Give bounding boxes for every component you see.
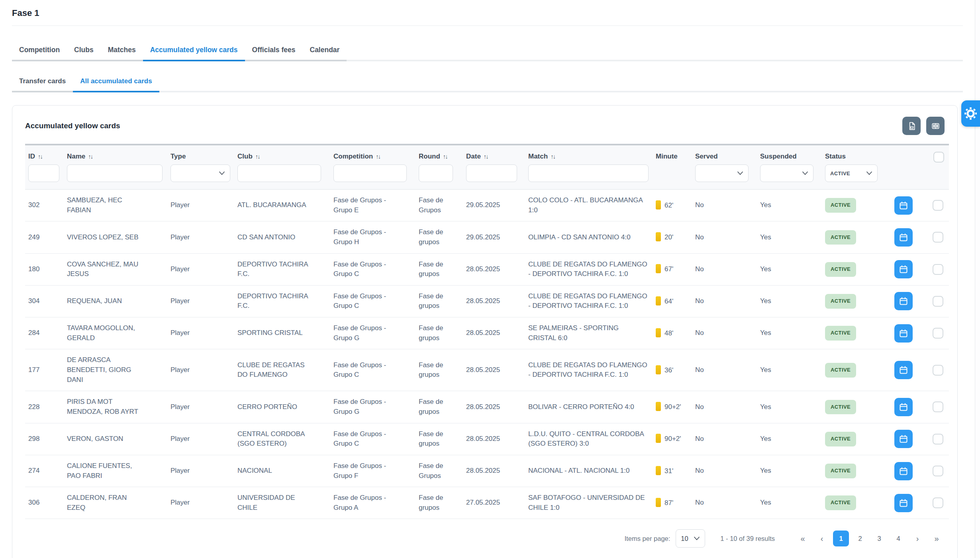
filter-type-select[interactable] — [171, 164, 230, 182]
row-checkbox[interactable] — [933, 365, 943, 376]
cell-id: 228 — [25, 391, 67, 423]
filter-competition-input[interactable] — [333, 164, 407, 182]
row-calendar-button[interactable] — [894, 260, 913, 278]
yellow-card-icon — [656, 434, 661, 443]
cell-action — [894, 221, 930, 253]
row-checkbox[interactable] — [933, 264, 943, 275]
tab-competition[interactable]: Competition — [12, 40, 67, 61]
sort-icon[interactable]: ↑↓ — [38, 153, 42, 160]
cell-round: Fase de grupos — [419, 391, 466, 423]
cell-round: Fase de grupos — [419, 423, 466, 455]
cell-select — [930, 253, 949, 285]
sort-icon[interactable]: ↑↓ — [551, 153, 555, 160]
row-calendar-button[interactable] — [894, 398, 913, 416]
settings-button[interactable] — [961, 100, 980, 127]
filter-name-input[interactable] — [67, 164, 163, 182]
export-excel-icon — [907, 121, 916, 131]
filter-suspended-select[interactable] — [760, 164, 813, 182]
sort-icon[interactable]: ↑↓ — [443, 153, 447, 160]
cell-suspended: Yes — [760, 190, 825, 221]
tab-accumulated-yellow-cards[interactable]: Accumulated yellow cards — [143, 40, 245, 61]
status-badge: ACTIVE — [825, 432, 856, 446]
row-calendar-button[interactable] — [894, 324, 913, 343]
sort-icon[interactable]: ↑↓ — [88, 153, 92, 160]
page-button-4[interactable]: 4 — [890, 531, 906, 546]
filter-date-input[interactable] — [466, 164, 517, 182]
columns-button[interactable] — [926, 117, 945, 135]
filter-id-input[interactable] — [28, 164, 59, 182]
cell-date: 28.05.2025 — [466, 455, 528, 487]
pagination-bar: Items per page: 10 1 - 10 of 39 results … — [25, 519, 945, 558]
column-label: Status — [825, 153, 846, 160]
page-number-slot: 1234 — [830, 531, 906, 546]
row-checkbox[interactable] — [933, 328, 943, 339]
row-calendar-button[interactable] — [894, 430, 913, 448]
column-header-minute: Minute — [656, 145, 695, 161]
accumulated-yellow-cards-table: ID↑↓Name↑↓TypeClub↑↓Competition↑↓Round↑↓… — [25, 144, 949, 519]
cell-select — [930, 349, 949, 391]
cell-type: Player — [171, 349, 237, 391]
row-checkbox[interactable] — [933, 401, 943, 412]
filter-status-select[interactable]: ACTIVE — [825, 164, 878, 182]
row-calendar-button[interactable] — [894, 361, 913, 379]
row-calendar-button[interactable] — [894, 462, 913, 480]
filter-served-select[interactable] — [695, 164, 749, 182]
row-checkbox[interactable] — [933, 497, 943, 508]
subtab-transfer-cards[interactable]: Transfer cards — [12, 72, 73, 92]
page-button-3[interactable]: 3 — [871, 531, 887, 546]
row-checkbox[interactable] — [933, 296, 943, 307]
column-header-club[interactable]: Club↑↓ — [237, 145, 333, 161]
cell-suspended: Yes — [760, 253, 825, 285]
cell-competition: Fase de Grupos - Grupo G — [333, 391, 419, 423]
cell-name: PIRIS DA MOT MENDOZA, ROB AYRT — [67, 391, 171, 423]
cell-match: CLUBE DE REGATAS DO FLAMENGO - DEPORTIVO… — [528, 253, 656, 285]
sort-icon[interactable]: ↑↓ — [484, 153, 488, 160]
row-checkbox[interactable] — [933, 200, 943, 211]
export-excel-button[interactable] — [902, 117, 921, 135]
minute-value: 90+2' — [664, 435, 681, 442]
first-page-button[interactable]: « — [795, 531, 811, 546]
row-calendar-button[interactable] — [894, 292, 913, 310]
scrollbar-track[interactable] — [975, 0, 980, 558]
items-per-page-select[interactable]: 10 — [676, 529, 705, 548]
sort-icon[interactable]: ↑↓ — [376, 153, 380, 160]
last-page-button[interactable]: » — [929, 531, 945, 546]
column-header-date[interactable]: Date↑↓ — [466, 145, 528, 161]
select-all-checkbox[interactable] — [933, 152, 944, 163]
table-row: 284TAVARA MOGOLLON, GERALDPlayerSPORTING… — [25, 317, 949, 349]
row-checkbox[interactable] — [933, 232, 943, 243]
column-header-name[interactable]: Name↑↓ — [67, 145, 171, 161]
filter-round-input[interactable] — [419, 164, 453, 182]
subtab-all-accumulated-cards[interactable]: All accumulated cards — [73, 72, 159, 92]
column-header-id[interactable]: ID↑↓ — [25, 145, 67, 161]
cell-club: DEPORTIVO TACHIRA F.C. — [237, 285, 333, 317]
filter-club-input[interactable] — [237, 164, 321, 182]
next-page-button[interactable]: › — [909, 531, 925, 546]
cell-club: CD SAN ANTONIO — [237, 221, 333, 253]
tab-matches[interactable]: Matches — [101, 40, 143, 61]
filter-match-input[interactable] — [528, 164, 649, 182]
cell-served: No — [695, 285, 760, 317]
calendar-icon — [899, 365, 908, 375]
tab-clubs[interactable]: Clubs — [67, 40, 101, 61]
cell-status: ACTIVE — [825, 221, 894, 253]
column-header-competition[interactable]: Competition↑↓ — [333, 145, 419, 161]
column-header-round[interactable]: Round↑↓ — [419, 145, 466, 161]
cell-name: REQUENA, JUAN — [67, 285, 171, 317]
page-button-2[interactable]: 2 — [852, 531, 868, 546]
page-button-1[interactable]: 1 — [833, 531, 849, 546]
column-header-match[interactable]: Match↑↓ — [528, 145, 656, 161]
tab-officials-fees[interactable]: Officials fees — [245, 40, 303, 61]
cell-match: OLIMPIA - CD SAN ANTONIO 4:0 — [528, 221, 656, 253]
previous-page-button[interactable]: ‹ — [814, 531, 830, 546]
row-calendar-button[interactable] — [894, 196, 913, 215]
status-badge: ACTIVE — [825, 326, 856, 341]
status-badge: ACTIVE — [825, 294, 856, 309]
row-checkbox[interactable] — [933, 466, 943, 476]
row-calendar-button[interactable] — [894, 228, 913, 247]
row-calendar-button[interactable] — [894, 494, 913, 512]
cell-status: ACTIVE — [825, 253, 894, 285]
row-checkbox[interactable] — [933, 434, 943, 444]
sort-icon[interactable]: ↑↓ — [255, 153, 260, 160]
tab-calendar[interactable]: Calendar — [303, 40, 347, 61]
